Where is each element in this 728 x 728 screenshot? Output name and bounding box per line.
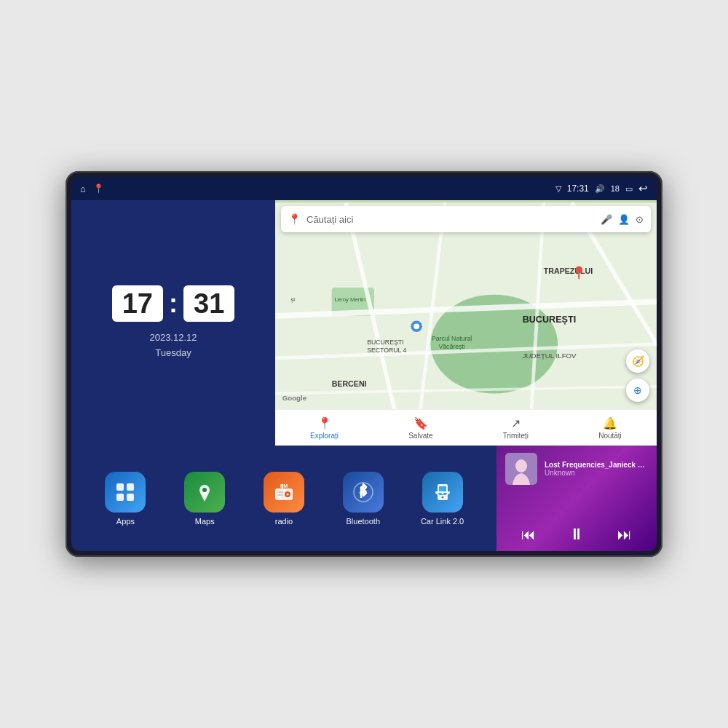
apps-icon-wrapper <box>105 472 146 513</box>
bluetooth-label: Bluetooth <box>347 517 380 526</box>
music-artist: Unknown <box>545 469 648 477</box>
location-button[interactable]: ⊕ <box>626 379 649 402</box>
music-info-row: Lost Frequencies_Janieck Devy-... Unknow… <box>505 453 648 485</box>
svg-rect-26 <box>116 483 124 491</box>
radio-icon: FM <box>273 481 295 503</box>
bluetooth-icon: β <box>352 481 374 503</box>
svg-text:β: β <box>359 483 367 498</box>
device-screen: ⌂ 📍 ▽ 17:31 🔊 18 ▭ ↩ 17 : <box>71 177 657 551</box>
carlink-icon <box>432 481 454 503</box>
music-player: Lost Frequencies_Janieck Devy-... Unknow… <box>496 446 657 551</box>
signal-icon: ▽ <box>555 184 561 194</box>
svg-marker-31 <box>200 493 209 502</box>
svg-rect-27 <box>127 483 134 491</box>
music-thumbnail-art <box>505 453 537 485</box>
account-icon[interactable]: 👤 <box>618 214 630 225</box>
svg-point-32 <box>202 488 207 492</box>
map-search-text[interactable]: Căutați aici <box>306 214 595 225</box>
volume-icon: 🔊 <box>595 184 605 194</box>
svg-point-48 <box>515 459 527 472</box>
music-thumbnail <box>505 453 537 485</box>
music-text-info: Lost Frequencies_Janieck Devy-... Unknow… <box>545 461 648 477</box>
send-icon: ↗ <box>511 416 521 430</box>
main-content: 17 : 31 2023.12.12 Tuesday <box>71 200 657 551</box>
battery-icon: ▭ <box>625 184 633 194</box>
svg-text:Google: Google <box>282 394 307 402</box>
apps-section: Apps Maps <box>71 446 496 551</box>
svg-text:SECTORUL 4: SECTORUL 4 <box>367 347 406 354</box>
svg-text:Leroy Merlin: Leroy Merlin <box>335 296 366 303</box>
clock-hours: 17 <box>112 285 163 322</box>
maps-label: Maps <box>195 517 215 526</box>
clock-colon: : <box>169 288 178 319</box>
app-item-apps[interactable]: Apps <box>102 472 149 526</box>
apps-grid-icon <box>114 481 136 503</box>
map-pin-icon: 📍 <box>288 213 301 225</box>
maps-icon-wrapper <box>184 472 225 513</box>
radio-label: radio <box>275 517 293 526</box>
news-icon: 🔔 <box>603 416 617 430</box>
svg-point-44 <box>441 496 443 498</box>
clock-minutes: 31 <box>183 285 234 322</box>
map-nav-news[interactable]: 🔔 Noutăți <box>598 416 622 440</box>
music-art-svg <box>505 453 537 485</box>
carlink-label: Car Link 2.0 <box>421 517 464 526</box>
back-icon[interactable]: ↩ <box>638 182 648 195</box>
music-next-button[interactable]: ⏭ <box>617 526 632 543</box>
music-controls: ⏮ ⏸ ⏭ <box>505 525 648 544</box>
clock-date: 2023.12.12 Tuesday <box>149 331 197 361</box>
svg-rect-29 <box>127 494 134 501</box>
app-item-radio[interactable]: FM radio <box>260 472 307 526</box>
mic-icon[interactable]: 🎤 <box>601 214 612 225</box>
clock-day-value: Tuesday <box>149 346 197 361</box>
apps-label: Apps <box>116 517 135 526</box>
svg-text:BERCENI: BERCENI <box>332 379 367 388</box>
music-play-pause-button[interactable]: ⏸ <box>569 525 585 544</box>
svg-text:FM: FM <box>280 483 288 488</box>
svg-rect-46 <box>443 493 447 494</box>
svg-point-24 <box>414 323 419 329</box>
music-title: Lost Frequencies_Janieck Devy-... <box>545 461 648 469</box>
svg-text:Văcărești: Văcărești <box>438 343 464 350</box>
carlink-icon-wrapper <box>422 472 463 513</box>
battery-level: 18 <box>611 184 620 193</box>
app-item-maps[interactable]: Maps <box>181 472 229 526</box>
clock-date-value: 2023.12.12 <box>149 331 197 346</box>
car-display-device: ⌂ 📍 ▽ 17:31 🔊 18 ▭ ↩ 17 : <box>66 171 662 557</box>
svg-text:JUDEȚUL ILFOV: JUDEȚUL ILFOV <box>523 352 577 360</box>
map-nav-saved[interactable]: 🔖 Salvate <box>408 416 432 440</box>
send-label: Trimiteți <box>503 432 529 440</box>
svg-rect-36 <box>277 491 283 493</box>
maps-icon <box>194 481 215 503</box>
map-nav-explore[interactable]: 📍 Explorați <box>310 416 339 440</box>
svg-point-35 <box>286 493 288 495</box>
status-left-icons: ⌂ 📍 <box>80 183 104 194</box>
app-item-bluetooth[interactable]: β Bluetooth <box>339 472 387 526</box>
status-right-info: ▽ 17:31 🔊 18 ▭ ↩ <box>555 182 648 195</box>
svg-text:BUCUREȘTI: BUCUREȘTI <box>523 315 577 325</box>
map-bottom-nav: 📍 Explorați 🔖 Salvate ↗ Trimiteți <box>275 409 657 446</box>
saved-label: Salvate <box>408 432 432 440</box>
map-background: TRAPEZULUI BUCUREȘTI JUDEȚUL ILFOV BERCE… <box>275 200 657 446</box>
top-row: 17 : 31 2023.12.12 Tuesday <box>71 200 657 446</box>
svg-text:și: și <box>290 296 295 303</box>
news-label: Noutăți <box>598 432 622 440</box>
saved-icon: 🔖 <box>414 416 428 430</box>
map-nav-send[interactable]: ↗ Trimiteți <box>503 416 529 440</box>
svg-text:Parcul Natural: Parcul Natural <box>432 335 472 342</box>
home-icon[interactable]: ⌂ <box>80 183 86 194</box>
radio-icon-wrapper: FM <box>264 472 304 513</box>
status-bar: ⌂ 📍 ▽ 17:31 🔊 18 ▭ ↩ <box>71 177 657 200</box>
bottom-row: Apps Maps <box>71 446 657 551</box>
compass-button[interactable]: 🧭 <box>626 349 649 373</box>
explore-icon: 📍 <box>317 416 332 430</box>
map-widget[interactable]: TRAPEZULUI BUCUREȘTI JUDEȚUL ILFOV BERCE… <box>275 200 657 446</box>
map-search-bar[interactable]: 📍 Căutați aici 🎤 👤 ⊙ <box>281 206 651 232</box>
clock-display: 17 : 31 <box>112 285 235 322</box>
svg-rect-45 <box>438 493 442 494</box>
layer-icon[interactable]: ⊙ <box>636 214 644 225</box>
maps-shortcut-icon[interactable]: 📍 <box>93 183 104 194</box>
app-item-carlink[interactable]: Car Link 2.0 <box>419 472 466 526</box>
music-prev-button[interactable]: ⏮ <box>521 526 536 543</box>
clock-widget: 17 : 31 2023.12.12 Tuesday <box>71 200 275 446</box>
